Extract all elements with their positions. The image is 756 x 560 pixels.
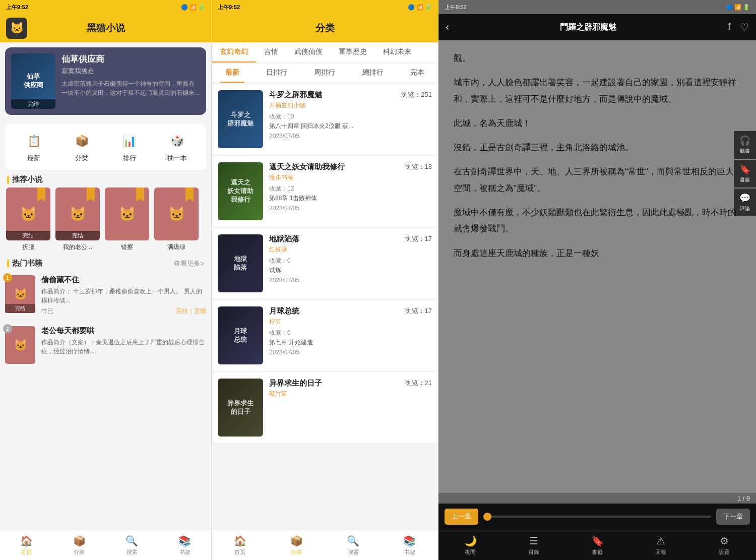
reader-para-5: 魔域中不僅有魔，不少妖類獸類也在此繁衍生息，因此此處極亂，時不時的就會爆發戰鬥。 — [454, 205, 741, 237]
hot-title-1: 老公每天都要哄 — [41, 326, 206, 336]
bookmark-label: 書簽 — [740, 176, 750, 183]
reader-nav-toc[interactable]: ☰ 目錄 — [502, 530, 565, 560]
cat-tab-1[interactable]: 言情 — [256, 42, 286, 63]
cat-nav-shelf[interactable]: 📚 书架 — [382, 530, 438, 560]
hot-author-0: 竹已 — [41, 307, 53, 316]
cat-sub-tab-3[interactable]: 總排行 — [357, 64, 389, 83]
cat-book-1[interactable]: 遮天之妖女请助我修行 遮天之妖女请助我修行 浏览：13 慢步书海 收藏：12 第… — [212, 156, 438, 226]
next-chapter-button[interactable]: 下一章 — [716, 509, 750, 525]
reader-content[interactable]: 觀。 城市内，人人臉色都露出著笑容，一起建設著自己的家園，別看這裡安靜祥和，實際… — [438, 40, 756, 493]
cat-chapter-0: 第八十四章 回归冰火2仪眼 获... — [269, 122, 432, 131]
prev-chapter-button[interactable]: 上一章 — [445, 509, 478, 525]
recommend-book-1[interactable]: 🐱 完结 我的老公... — [55, 188, 100, 252]
action-latest[interactable]: 📋 最新 — [24, 131, 44, 163]
cat-author-1: 慢步书海 — [269, 173, 432, 182]
cat-sub-tab-2[interactable]: 周排行 — [309, 64, 340, 83]
random-label: 抽一本 — [167, 154, 187, 163]
cat-title: 分类 — [316, 22, 335, 35]
category-nav-icon: 📦 — [73, 535, 86, 547]
hot-title-0: 偷偷藏不住 — [41, 275, 206, 285]
bookmark-icon: 🔖 — [739, 164, 750, 175]
nav-search[interactable]: 🔍 搜索 — [106, 530, 159, 560]
rank-icon: 📊 — [119, 131, 140, 151]
nav-category[interactable]: 📦 分类 — [53, 530, 106, 560]
hot-desc-0: 作品简介： 十三岁那年，桑稚偷偷喜欢上一个男人。 男人的模样冷淡... — [41, 287, 206, 305]
report-icon: ⚠ — [656, 535, 665, 547]
cat-views-1: 浏览：13 — [405, 162, 432, 172]
home-title: 黑猫小说 — [87, 22, 125, 35]
cat-title-0: 斗罗之辟邪魔魅 — [269, 90, 322, 100]
cat-sub-tab-4[interactable]: 完本 — [405, 64, 429, 83]
hot-desc-1: 作品简介（文案）：秦戈退伍之后患上了严重的战后心理综合症，经过治疗情绪... — [41, 338, 206, 356]
cat-book-4[interactable]: 异界求生的日子 异界求生的日子 浏览：21 敲竹筒 — [212, 372, 438, 443]
cat-nav-category[interactable]: 📦 分类 — [268, 530, 325, 560]
nightmode-icon: 🌙 — [464, 535, 477, 547]
reader-nav-bookmark[interactable]: 🔖 書籤 — [565, 530, 629, 560]
recommend-title-2: 错擦 — [105, 243, 149, 252]
reader-side-tools: 🎧 聽書 🔖 書簽 💬 評論 — [734, 131, 756, 216]
cat-book-2[interactable]: 地狱陷落 地狱陷落 浏览：17 红枝垂 收藏：0 试炼 2023/07/05 — [212, 228, 438, 298]
nightmode-label: 夜間 — [465, 548, 476, 556]
report-label: 回報 — [655, 548, 666, 556]
hot-more[interactable]: 查看更多> — [174, 259, 204, 268]
cat-sub-tab-0[interactable]: 最新 — [220, 64, 244, 83]
action-random[interactable]: 🎲 抽一本 — [167, 131, 187, 163]
hot-info-0: 偷偷藏不住 作品简介： 十三岁那年，桑稚偷偷喜欢上一个男人。 男人的模样冷淡..… — [41, 275, 206, 316]
reader-nav-settings[interactable]: ⚙ 設置 — [692, 530, 756, 560]
cat-top-tabs: 玄幻奇幻 言情 武侠仙侠 軍事歷史 科幻未来 — [212, 42, 438, 64]
cat-title-2: 地狱陷落 — [269, 234, 299, 244]
cat-search-nav-label: 搜索 — [348, 548, 359, 556]
nav-shelf[interactable]: 📚 书架 — [158, 530, 211, 560]
cat-book-3[interactable]: 月球总统 月球总统 浏览：17 柠节 收藏：0 第七章 开始建造 2023/07… — [212, 300, 438, 370]
featured-book[interactable]: 仙草供应商 完结 仙草供应商 寂寞我独走 太虚宗落魄弟子石樾偶得一个神奇的空间，… — [5, 47, 206, 115]
toc-label: 目錄 — [528, 548, 539, 556]
recommend-book-0[interactable]: 🐱 完结 折腰 — [6, 188, 50, 252]
bookmark-button[interactable]: 🔖 書簽 — [734, 160, 756, 188]
action-category[interactable]: 📦 分类 — [72, 131, 92, 163]
cat-date-2: 2023/07/05 — [269, 277, 432, 284]
cat-title-1: 遮天之妖女请助我修行 — [269, 162, 345, 172]
recommend-book-2[interactable]: 🐱 错擦 — [105, 188, 149, 252]
recommend-book-3[interactable]: 🐱 满级绿 — [154, 188, 199, 252]
action-rank[interactable]: 📊 排行 — [119, 131, 140, 163]
reader-para-3: 沒錯，正是古劍奇譚三裡，主角北洛絡的城池。 — [454, 140, 741, 156]
category-nav-label: 分类 — [74, 548, 85, 556]
cat-title-4: 异界求生的日子 — [269, 379, 322, 388]
cat-book-0[interactable]: 斗罗之辟邪魔魅 斗罗之辟邪魔魅 浏览：251 开局玄幻小猪 收藏：10 第八十四… — [212, 84, 438, 154]
cat-sub-tab-1[interactable]: 日排行 — [261, 64, 292, 83]
heart-icon[interactable]: ♡ — [740, 21, 749, 33]
cat-title-3: 月球总统 — [269, 306, 299, 316]
featured-author: 寂寞我独走 — [61, 67, 200, 76]
cat-nav-search[interactable]: 🔍 搜索 — [325, 530, 382, 560]
share-icon[interactable]: ⤴ — [727, 21, 732, 33]
reader-nav-report[interactable]: ⚠ 回報 — [629, 530, 692, 560]
cat-nav-home[interactable]: 🏠 首页 — [212, 530, 268, 560]
hot-book-0[interactable]: 1 🐱 完结 偷偷藏不住 作品简介： 十三岁那年，桑稚偷偷喜欢上一个男人。 男人… — [5, 270, 206, 321]
listen-label: 聽書 — [740, 148, 750, 155]
featured-info: 仙草供应商 寂寞我独走 太虚宗落魄弟子石樾偶得一个神奇的空间，里面有一块不小的灵… — [61, 53, 200, 97]
cat-tab-3[interactable]: 軍事歷史 — [331, 42, 375, 63]
hot-book-1[interactable]: 2 🐱 老公每天都要哄 作品简介（文案）：秦戈退伍之后患上了严重的战后心理综合症… — [5, 321, 206, 369]
cat-tab-4[interactable]: 科幻未来 — [375, 42, 419, 63]
cat-cover-4: 异界求生的日子 — [218, 379, 263, 437]
reader-status-bar: 上午9:52 🔵 📶 🔋 — [438, 0, 756, 14]
progress-track[interactable] — [483, 516, 711, 518]
cat-tab-2[interactable]: 武侠仙侠 — [286, 42, 331, 63]
cat-home-nav-label: 首页 — [234, 548, 245, 556]
reader-title: 鬥羅之辟邪魔魅 — [454, 22, 722, 33]
recommend-cover-0: 🐱 完结 — [6, 188, 50, 240]
back-icon[interactable]: ‹ — [446, 21, 449, 34]
page-info: 1 / 9 — [737, 494, 750, 502]
featured-desc: 太虚宗落魄弟子石樾偶得一个神奇的空间，里面有一块不小的灵田，这对于租不起门派灵田… — [61, 79, 200, 97]
reader-nav-nightmode[interactable]: 🌙 夜間 — [438, 530, 502, 560]
cat-author-2: 红枝垂 — [269, 245, 432, 254]
cat-stats-3: 收藏：0 — [269, 329, 432, 337]
nav-home[interactable]: 🏠 首页 — [0, 530, 53, 560]
cat-chapter-1: 第68章 1击败神体 — [269, 194, 432, 203]
comment-button[interactable]: 💬 評論 — [734, 189, 756, 216]
listen-book-button[interactable]: 🎧 聽書 — [734, 131, 756, 159]
cat-stats-0: 收藏：10 — [269, 112, 432, 121]
cat-category-nav-icon: 📦 — [290, 535, 303, 547]
cat-tab-0[interactable]: 玄幻奇幻 — [212, 42, 256, 63]
settings-icon: ⚙ — [720, 535, 729, 547]
